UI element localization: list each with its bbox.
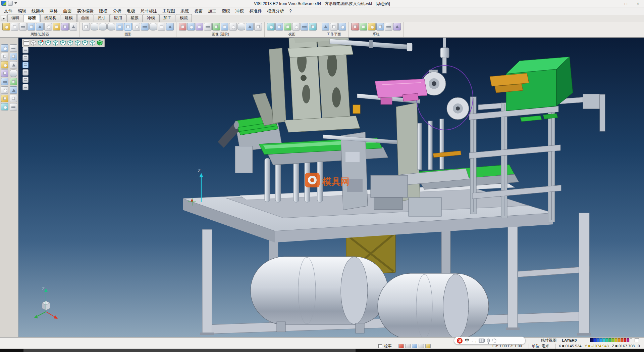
toolbar-icon-selected[interactable] <box>124 23 132 31</box>
toolbar-icon[interactable] <box>360 23 367 31</box>
toolbar-icon[interactable] <box>187 23 195 31</box>
snap-icon[interactable] <box>425 344 431 348</box>
workplane-icon[interactable] <box>322 23 329 31</box>
color-swatch[interactable] <box>593 338 596 342</box>
view-cube-icon[interactable] <box>67 40 73 46</box>
toolbar-icon[interactable] <box>204 23 212 31</box>
ime-keyboard-icon[interactable] <box>479 339 485 343</box>
snap-icon[interactable] <box>412 344 417 348</box>
menu-item-edit[interactable]: 编辑 <box>15 8 29 15</box>
snap-icon[interactable] <box>419 344 424 348</box>
view-cube-icon[interactable] <box>45 40 51 46</box>
lock-checkbox[interactable] <box>378 344 382 348</box>
cylinder-icon[interactable] <box>237 23 245 31</box>
toolbar-icon[interactable] <box>246 23 254 31</box>
toolbar-icon[interactable] <box>301 23 308 31</box>
sidebar-tool-icon[interactable] <box>1 103 8 111</box>
toolbar-icon[interactable] <box>132 23 140 31</box>
sogou-logo-icon[interactable]: S <box>457 338 463 344</box>
toolbar-icon[interactable] <box>44 23 52 31</box>
ime-language-icon[interactable]: 中 <box>465 338 469 344</box>
toolbar-icon[interactable] <box>11 23 18 31</box>
toolbar-icon[interactable] <box>229 23 237 31</box>
minimize-button[interactable]: – <box>608 0 620 7</box>
tab-flow[interactable]: 模流 <box>176 14 192 22</box>
filter-icon[interactable] <box>36 23 44 31</box>
sidebar-tool-icon[interactable] <box>10 44 17 52</box>
sidebar-tool-icon[interactable] <box>1 44 8 52</box>
color-swatch[interactable] <box>602 338 605 342</box>
color-swatch[interactable] <box>624 338 626 342</box>
view-name-status[interactable]: 绝对视图 <box>538 338 556 343</box>
section-tool-icon[interactable] <box>22 77 29 83</box>
menu-item-window[interactable]: 视窗 <box>192 8 205 15</box>
sidebar-tool-icon[interactable] <box>10 53 17 60</box>
color-swatch[interactable] <box>627 338 629 342</box>
tab-edit[interactable]: 编辑 <box>7 14 23 22</box>
toolbar-icon[interactable] <box>385 23 392 31</box>
tab-mould[interactable]: 塑膜 <box>126 14 143 22</box>
tab-machining[interactable]: 加工 <box>159 14 175 22</box>
zoom-icon[interactable] <box>267 23 275 31</box>
toolbar-icon[interactable] <box>141 23 149 31</box>
color-swatch[interactable] <box>611 338 614 342</box>
toolbar-icon[interactable] <box>196 23 203 31</box>
ime-punctuation-icon[interactable]: 。, <box>472 338 476 343</box>
toolbar-icon[interactable] <box>254 23 262 31</box>
toolbar-icon[interactable] <box>69 23 77 31</box>
view-cube-icon[interactable] <box>38 40 44 46</box>
toolbar-icon[interactable] <box>53 23 60 31</box>
layer-status[interactable]: LAYER0 <box>559 338 577 343</box>
maximize-button[interactable]: □ <box>620 0 632 7</box>
view-cube-icon[interactable] <box>89 40 96 46</box>
tab-wireframe[interactable]: 线架构 <box>40 14 60 22</box>
sidebar-tool-icon[interactable] <box>1 95 8 102</box>
3d-viewport[interactable]: Z Z 模具网 <box>18 38 644 337</box>
tab-surface[interactable]: 曲面 <box>77 14 93 22</box>
cylinder-icon[interactable] <box>149 23 157 31</box>
toolbar-icon[interactable] <box>221 23 228 31</box>
viewcube-menu-icon[interactable] <box>23 40 29 46</box>
menu-item-system[interactable]: 系统 <box>178 8 192 15</box>
toolbar-icon[interactable] <box>61 23 69 31</box>
sidebar-tool-icon[interactable] <box>1 86 8 94</box>
menu-item-solid-edit[interactable]: 实体编辑 <box>74 8 97 15</box>
menu-item-analysis[interactable]: 分析 <box>110 8 124 15</box>
toolbar-icon[interactable] <box>376 23 384 31</box>
snap-icon[interactable] <box>398 344 404 348</box>
view-cube-icon-top[interactable] <box>30 40 37 46</box>
menu-item-dimension[interactable]: 尺寸标注 <box>138 8 160 15</box>
tab-dimension[interactable]: 尺寸 <box>94 14 110 22</box>
section-tool-icon[interactable] <box>22 69 29 76</box>
menu-item-wireframe[interactable]: 线架构 <box>29 8 47 15</box>
ime-microphone-icon[interactable] <box>487 339 490 343</box>
menu-item-help[interactable]: ? <box>287 8 294 14</box>
color-swatch[interactable] <box>630 338 632 342</box>
sidebar-tool-icon[interactable] <box>10 78 17 85</box>
menu-item-mould[interactable]: 塑模 <box>219 8 233 15</box>
snap-icon[interactable] <box>405 344 411 348</box>
cylinder-icon[interactable] <box>99 23 107 31</box>
view-cube-icon[interactable] <box>74 40 81 46</box>
menu-item-surface[interactable]: 曲面 <box>61 8 74 15</box>
toolbar-icon[interactable] <box>19 23 27 31</box>
menu-item-drawing[interactable]: 工程图 <box>160 8 178 15</box>
sidebar-tool-icon[interactable] <box>1 78 8 85</box>
sidebar-tool-icon[interactable] <box>1 53 8 60</box>
ime-settings-icon[interactable] <box>492 339 496 343</box>
toolbar-icon[interactable] <box>393 23 401 31</box>
menu-item-modeling[interactable]: 建模 <box>97 8 110 15</box>
color-swatch[interactable] <box>618 338 620 342</box>
current-color-swatch[interactable] <box>635 338 639 342</box>
toolbar-icon[interactable] <box>28 23 35 31</box>
sidebar-tool-icon[interactable] <box>1 70 8 77</box>
toolbar-icon[interactable] <box>338 23 346 31</box>
color-swatch[interactable] <box>621 338 623 342</box>
color-swatch[interactable] <box>608 338 611 342</box>
sidebar-tool-icon[interactable] <box>1 61 8 69</box>
toolbar-icon[interactable] <box>212 23 220 31</box>
menu-item-standard-parts[interactable]: 标准件 <box>247 8 265 15</box>
tab-dropdown-button[interactable] <box>1 16 6 21</box>
toolbar-icon[interactable] <box>275 23 283 31</box>
toolbar-icon[interactable] <box>158 23 165 31</box>
